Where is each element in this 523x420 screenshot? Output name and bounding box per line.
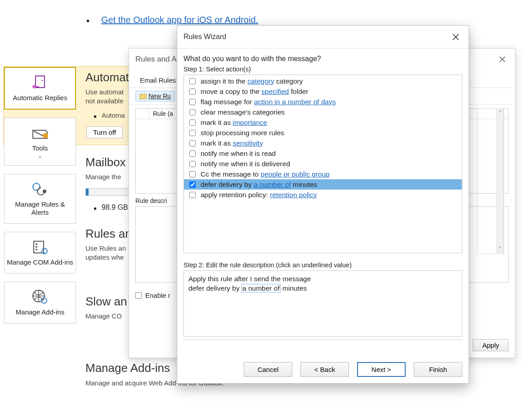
svg-point-4 [43, 190, 46, 193]
action-text: assign it to the category category [201, 77, 303, 85]
action-text: flag message for action in a number of d… [201, 98, 336, 106]
card-tools[interactable]: Tools ⌄ [4, 118, 76, 166]
card-automatic-replies[interactable]: Automatic Replies [4, 67, 76, 110]
scrollbar[interactable]: ˄ ˅ [496, 109, 504, 253]
section-desc: Manage the [85, 172, 121, 181]
action-link[interactable]: specified [261, 88, 289, 95]
section-heading-auto: Automat [85, 71, 129, 84]
desc-line-1: Apply this rule after I send the message [188, 274, 457, 284]
col-checkbox [136, 109, 149, 119]
folder-icon [139, 93, 147, 99]
action-link[interactable]: people or public group [261, 170, 330, 178]
svg-rect-8 [36, 249, 37, 250]
action-row-7[interactable]: notify me when it is read [184, 148, 462, 159]
card-label: Tools [6, 144, 74, 153]
action-text: mark it as importance [201, 119, 267, 127]
action-checkbox[interactable] [189, 150, 196, 157]
action-row-3[interactable]: clear message's categories [184, 107, 462, 117]
apply-button[interactable]: Apply [473, 339, 509, 351]
action-row-11[interactable]: apply retention policy: retention policy [184, 190, 462, 200]
action-link[interactable]: sensitivity [232, 139, 263, 147]
desc-link-number[interactable]: a number of [241, 284, 281, 292]
desc-line-2: defer delivery by a number of minutes [188, 284, 457, 293]
action-checkbox[interactable] [189, 130, 196, 136]
step1-label: Step 1: Select action(s) [183, 66, 462, 73]
svg-rect-6 [36, 243, 37, 245]
manage-rules-icon [6, 181, 74, 198]
section-heading-slow: Slow an [85, 295, 127, 309]
action-checkbox[interactable] [189, 171, 196, 177]
back-button[interactable]: < Back [300, 362, 349, 377]
action-checkbox[interactable] [189, 140, 196, 146]
action-checkbox[interactable] [189, 119, 196, 126]
manage-addins-icon [6, 288, 74, 305]
card-manage-rules[interactable]: Manage Rules & Alerts [4, 174, 76, 224]
card-label: Manage Add-ins [6, 308, 74, 317]
action-checkbox[interactable] [189, 109, 196, 115]
wizard-question: What do you want to do with the message? [183, 55, 462, 63]
tab-email-rules[interactable]: Email Rules [135, 74, 180, 88]
action-text: defer delivery by a number of minutes [201, 181, 317, 189]
action-link[interactable]: category [247, 77, 274, 85]
action-checkbox[interactable] [189, 78, 196, 84]
svg-point-2 [43, 133, 48, 138]
wizard-title: Rules Wizard [183, 33, 226, 41]
outlook-app-link[interactable]: Get the Outlook app for iOS or Android. [101, 15, 258, 25]
action-checkbox[interactable] [189, 88, 196, 95]
action-text: mark it as sensitivity [201, 139, 263, 147]
action-text: notify me when it is delivered [201, 160, 290, 168]
action-row-1[interactable]: move a copy to the specified folder [184, 86, 462, 97]
action-link[interactable]: retention policy [270, 191, 317, 199]
action-link[interactable]: action in a number of days [254, 98, 336, 106]
section-heading-mailbox: Mailbox [85, 155, 126, 169]
rules-wizard-window: Rules Wizard What do you want to do with… [177, 25, 469, 384]
action-checkbox[interactable] [189, 161, 196, 167]
rules-alerts-title: Rules and A [135, 55, 177, 64]
action-link[interactable]: a number of [254, 181, 291, 188]
enable-label: Enable r [145, 292, 170, 299]
finish-button[interactable]: Finish [414, 362, 462, 377]
automatic-replies-icon [7, 74, 73, 91]
action-text: stop processing more rules [201, 129, 284, 137]
scroll-up-icon[interactable]: ˄ [497, 110, 503, 116]
action-checkbox[interactable] [189, 99, 196, 105]
card-manage-com[interactable]: Manage COM Add-ins [4, 232, 76, 274]
card-manage-addins[interactable]: Manage Add-ins [4, 282, 76, 323]
action-row-5[interactable]: stop processing more rules [184, 128, 462, 138]
scroll-down-icon[interactable]: ˅ [497, 246, 503, 252]
cancel-button[interactable]: Cancel [244, 362, 292, 377]
enable-checkbox[interactable] [135, 292, 142, 299]
action-row-2[interactable]: flag message for action in a number of d… [184, 97, 462, 107]
action-row-8[interactable]: notify me when it is delivered [184, 159, 462, 169]
svg-point-3 [33, 183, 40, 190]
manage-com-icon [6, 239, 74, 256]
action-checkbox[interactable] [189, 192, 196, 198]
svg-point-1 [42, 80, 43, 81]
close-icon[interactable] [449, 30, 462, 44]
turn-off-button[interactable]: Turn off [86, 126, 123, 138]
action-link[interactable]: importance [232, 119, 267, 126]
close-icon[interactable] [496, 53, 509, 66]
action-row-4[interactable]: mark it as importance [184, 117, 462, 128]
action-row-9[interactable]: Cc the message to people or public group [184, 169, 462, 179]
action-text: apply retention policy: retention policy [201, 191, 317, 199]
rule-description-editor[interactable]: Apply this rule after I send the message… [183, 270, 462, 337]
new-rule-button[interactable]: New Ru [135, 91, 175, 102]
section-desc: Manage CO [85, 312, 122, 321]
auto-bullet-text: Automa [102, 111, 125, 120]
step2-label: Step 2: Edit the rule description (click… [183, 261, 462, 269]
next-button[interactable]: Next > [357, 362, 406, 377]
action-row-10[interactable]: defer delivery by a number of minutes [184, 179, 462, 190]
bullet-icon [87, 20, 89, 22]
action-checkbox[interactable] [189, 181, 196, 188]
action-row-6[interactable]: mark it as sensitivity [184, 138, 462, 148]
card-label: Manage Rules & Alerts [6, 200, 74, 217]
actions-list[interactable]: assign it to the category categorymove a… [183, 75, 462, 253]
section-heading-addins: Manage Add-ins [85, 361, 170, 375]
bullet-icon [94, 208, 96, 210]
action-row-0[interactable]: assign it to the category category [184, 76, 462, 86]
card-label: Manage COM Add-ins [6, 258, 74, 267]
bullet-icon [94, 115, 96, 118]
section-heading-rules: Rules an [85, 227, 132, 241]
action-text: clear message's categories [201, 108, 285, 116]
